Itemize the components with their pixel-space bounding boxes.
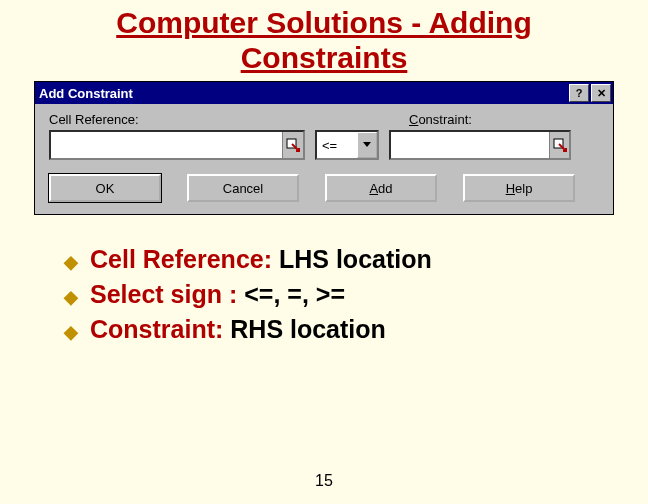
ok-button[interactable]: OK [49,174,161,202]
bullet-list: ◆ Cell Reference: LHS location ◆ Select … [64,245,604,344]
list-item: ◆ Constraint: RHS location [64,315,604,344]
page-number: 15 [0,472,648,490]
cancel-button[interactable]: Cancel [187,174,299,202]
diamond-icon: ◆ [64,286,82,308]
add-button[interactable]: Add [325,174,437,202]
list-item: ◆ Cell Reference: LHS location [64,245,604,274]
diamond-icon: ◆ [64,321,82,343]
chevron-down-icon[interactable] [357,132,377,158]
dialog-titlebar: Add Constraint ? ✕ [35,82,613,104]
constraint-input[interactable] [389,130,571,160]
cell-reference-input[interactable] [49,130,305,160]
range-picker-icon[interactable] [549,132,569,158]
range-picker-icon[interactable] [282,132,303,158]
constraint-label: Constraint: [409,112,472,127]
list-item: ◆ Select sign : <=, =, >= [64,280,604,309]
help-button[interactable]: Help [463,174,575,202]
add-constraint-dialog: Add Constraint ? ✕ Cell Reference: Const… [34,81,614,215]
slide-title: Computer Solutions - Adding Constraints [0,6,648,75]
close-icon[interactable]: ✕ [591,84,611,102]
diamond-icon: ◆ [64,251,82,273]
dialog-title: Add Constraint [39,86,569,101]
help-icon[interactable]: ? [569,84,589,102]
cell-reference-label: Cell Reference: [49,112,339,127]
operator-select[interactable]: <= [315,130,379,160]
